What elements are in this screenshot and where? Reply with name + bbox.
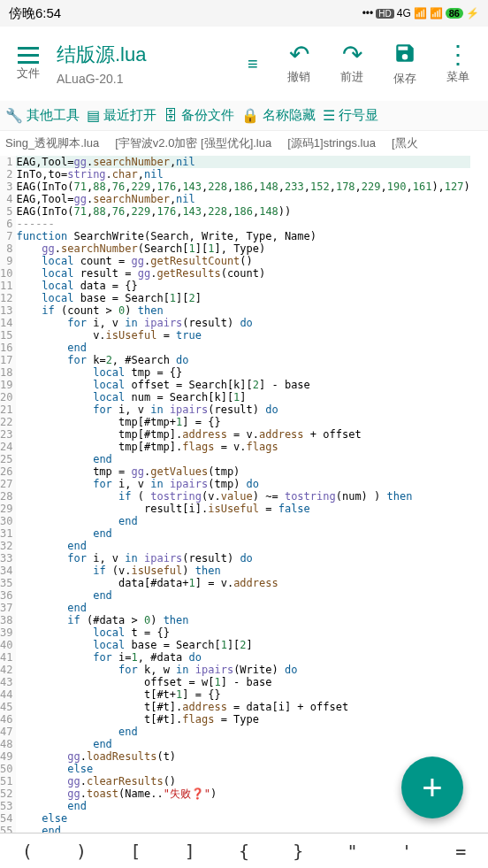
code-line[interactable]: for i=1, #data do bbox=[16, 651, 469, 664]
code-line[interactable]: local offset = Search[k][2] - base bbox=[16, 379, 469, 391]
code-line[interactable]: end bbox=[16, 453, 469, 465]
redo-icon: ↷ bbox=[342, 42, 362, 67]
list-icon: ▤ bbox=[87, 107, 100, 124]
code-line[interactable]: end bbox=[16, 540, 469, 552]
code-line[interactable]: InTo,to=string.char,nil bbox=[16, 168, 469, 181]
sub-toolbar: 🔧 其他工具 ▤ 最近打开 🗄 备份文件 🔒 名称隐藏 ☰ 行号显 bbox=[0, 101, 488, 131]
code-line[interactable]: t[#t].address = data[i] + offset bbox=[16, 701, 469, 713]
code-line[interactable]: end bbox=[16, 726, 469, 738]
code-line[interactable]: tmp[#tmp+1] = {} bbox=[16, 416, 469, 428]
code-line[interactable]: local base = Search[1][2] bbox=[16, 639, 469, 651]
status-time: 傍晚6:54 bbox=[9, 5, 61, 22]
title-area[interactable]: 结版源.lua ALuaG-20.1 bbox=[53, 42, 248, 86]
code-line[interactable]: EAG,Tool=gg.searchNumber,nil bbox=[16, 156, 469, 168]
symbol-bar: ( ) [ ] { } " ' = bbox=[0, 833, 488, 868]
signal-icon-2: 📶 bbox=[430, 7, 443, 19]
code-line[interactable]: for k=2, #Search do bbox=[16, 354, 469, 366]
code-line[interactable]: if (count > 0) then bbox=[16, 304, 469, 317]
code-line[interactable]: else bbox=[16, 763, 469, 775]
code-line[interactable]: local base = Search[1][2] bbox=[16, 292, 469, 304]
code-line[interactable]: offset = w[1] - base bbox=[16, 676, 469, 688]
code-line[interactable]: EAG(InTo(71,88,76,229,176,143,228,186,14… bbox=[16, 181, 469, 193]
code-line[interactable]: for i, v in ipairs(tmp) do bbox=[16, 478, 469, 490]
code-line[interactable]: end bbox=[16, 738, 469, 750]
code-line[interactable]: end bbox=[16, 589, 469, 602]
code-line[interactable]: ------ bbox=[16, 218, 469, 230]
status-icons: ••• HD 4G 📶 📶 86 ⚡ bbox=[362, 7, 479, 19]
undo-icon: ↶ bbox=[289, 42, 309, 67]
lock-icon: 🔒 bbox=[241, 107, 259, 124]
signal-icon: 📶 bbox=[414, 7, 427, 19]
sym-lparen[interactable]: ( bbox=[22, 841, 33, 862]
code-line[interactable]: local result = gg.getResults(count) bbox=[16, 267, 469, 280]
code-line[interactable]: for i, v in ipairs(result) do bbox=[16, 317, 469, 329]
net-label: 4G bbox=[397, 7, 411, 19]
code-line[interactable]: EAG(InTo(71,88,76,229,176,143,228,186,14… bbox=[16, 205, 469, 218]
code-line[interactable]: end bbox=[16, 602, 469, 614]
code-line[interactable]: if ( tostring(v.value) ~= tostring(num) … bbox=[16, 490, 469, 503]
file-tabs: Sing_透视脚本.lua [宇智波v2.0加密 [强型优化].lua [源码1… bbox=[0, 131, 488, 156]
file-menu-button[interactable]: 文件 bbox=[4, 47, 53, 81]
recent-button[interactable]: ▤ 最近打开 bbox=[87, 107, 156, 124]
code-line[interactable]: for i, v in ipairs(result) do bbox=[16, 552, 469, 565]
overflow-menu-button[interactable]: ⋮ 菜单 bbox=[431, 42, 484, 85]
backup-button[interactable]: 🗄 备份文件 bbox=[164, 107, 234, 124]
code-line[interactable]: local t = {} bbox=[16, 626, 469, 639]
code-line[interactable]: else bbox=[16, 812, 469, 825]
code-line[interactable]: tmp[#tmp].address = v.address + offset bbox=[16, 428, 469, 441]
sym-rbrace[interactable]: } bbox=[293, 841, 303, 862]
code-line[interactable]: v.isUseful = true bbox=[16, 329, 469, 342]
code-line[interactable]: tmp = gg.getValues(tmp) bbox=[16, 465, 469, 478]
sym-lbrace[interactable]: { bbox=[239, 841, 249, 862]
code-line[interactable]: gg.searchNumber(Search[1][1], Type) bbox=[16, 242, 469, 255]
save-button[interactable]: 保存 bbox=[378, 42, 431, 87]
plus-icon: + bbox=[422, 768, 442, 808]
other-tools-button[interactable]: 🔧 其他工具 bbox=[5, 107, 80, 124]
tab-1[interactable]: Sing_透视脚本.lua bbox=[5, 135, 99, 151]
hamburger-icon bbox=[18, 47, 39, 64]
code-line[interactable]: result[i].isUseful = false bbox=[16, 503, 469, 515]
code-line[interactable]: end bbox=[16, 342, 469, 354]
redo-button[interactable]: ↷ 前进 bbox=[325, 42, 378, 85]
code-line[interactable]: gg.loadResults(t) bbox=[16, 750, 469, 763]
add-fab[interactable]: + bbox=[401, 757, 463, 818]
sym-rbracket[interactable]: ] bbox=[185, 841, 195, 862]
sym-squote[interactable]: ' bbox=[401, 841, 412, 862]
code-line[interactable]: end bbox=[16, 800, 469, 812]
code-line[interactable]: function SearchWrite(Search, Write, Type… bbox=[16, 230, 469, 242]
tab-4[interactable]: [黑火 bbox=[392, 135, 418, 151]
undo-button[interactable]: ↶ 撤销 bbox=[272, 42, 325, 85]
code-line[interactable]: EAG,Tool=gg.searchNumber,nil bbox=[16, 193, 469, 205]
code-line[interactable]: if (v.isUseful) then bbox=[16, 565, 469, 577]
dots-icon: ⋮ bbox=[446, 42, 470, 67]
tab-2[interactable]: [宇智波v2.0加密 [强型优化].lua bbox=[115, 135, 271, 151]
sym-lbracket[interactable]: [ bbox=[130, 841, 141, 862]
sym-rparen[interactable]: ) bbox=[76, 841, 87, 862]
line-numbers-button[interactable]: ☰ 行号显 bbox=[323, 107, 378, 124]
code-line[interactable]: data[#data+1] = v.address bbox=[16, 577, 469, 589]
code-line[interactable]: t[#t].flags = Type bbox=[16, 713, 469, 726]
code-line[interactable]: end bbox=[16, 515, 469, 527]
code-line[interactable]: t[#t+1] = {} bbox=[16, 688, 469, 701]
hide-names-button[interactable]: 🔒 名称隐藏 bbox=[241, 107, 316, 124]
archive-icon: 🗄 bbox=[164, 108, 178, 124]
lines-icon: ☰ bbox=[323, 107, 335, 124]
code-line[interactable]: tmp[#tmp].flags = v.flags bbox=[16, 441, 469, 453]
code-line[interactable]: for i, v in ipairs(result) do bbox=[16, 403, 469, 416]
tab-3[interactable]: [源码1]strings.lua bbox=[287, 135, 376, 151]
code-line[interactable]: end bbox=[16, 527, 469, 540]
code-line[interactable]: local data = {} bbox=[16, 280, 469, 292]
code-line[interactable]: if (#data > 0) then bbox=[16, 614, 469, 626]
wrench-icon: 🔧 bbox=[5, 107, 23, 124]
battery-badge: 86 bbox=[446, 8, 463, 19]
line-gutter: 1234567891011121314151617181920212223242… bbox=[0, 156, 16, 868]
list-icon[interactable]: ≡ bbox=[248, 54, 272, 74]
code-line[interactable]: local count = gg.getResultCount() bbox=[16, 255, 469, 267]
code-line[interactable]: local tmp = {} bbox=[16, 366, 469, 379]
status-bar: 傍晚6:54 ••• HD 4G 📶 📶 86 ⚡ bbox=[0, 0, 488, 27]
code-line[interactable]: local num = Search[k][1] bbox=[16, 391, 469, 403]
sym-equals[interactable]: = bbox=[455, 841, 466, 862]
sym-dquote[interactable]: " bbox=[347, 841, 358, 862]
code-lines[interactable]: EAG,Tool=gg.searchNumber,nilInTo,to=stri… bbox=[16, 156, 469, 868]
code-line[interactable]: for k, w in ipairs(Write) do bbox=[16, 664, 469, 676]
